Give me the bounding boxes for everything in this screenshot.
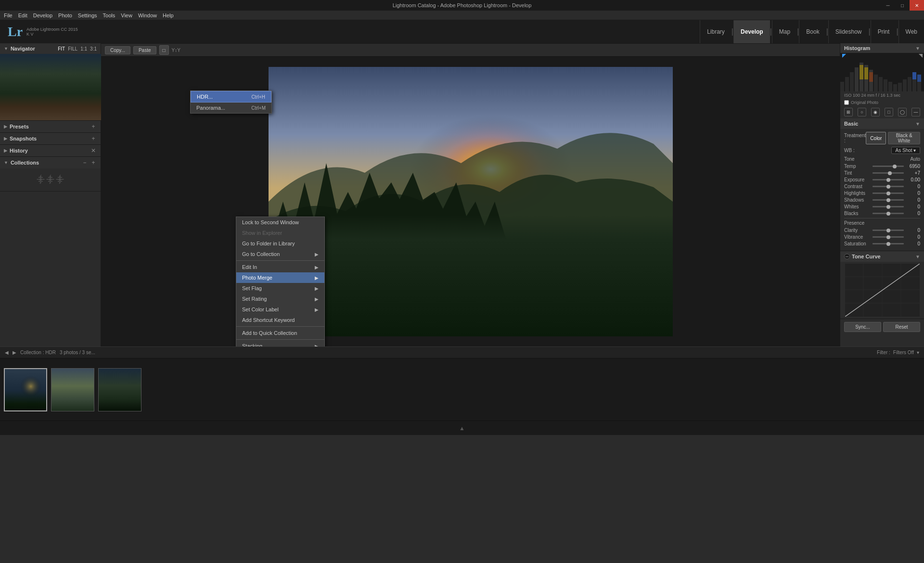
treatment-bw[interactable]: Black & White (888, 132, 920, 144)
menu-settings[interactable]: Settings (78, 13, 97, 18)
blacks-thumb[interactable] (886, 212, 890, 216)
blacks-track[interactable] (873, 213, 904, 214)
tone-curve-header[interactable]: Tone Curve ▼ (840, 251, 924, 262)
saturation-track[interactable] (873, 243, 904, 244)
temp-thumb[interactable] (893, 165, 897, 168)
zoom-fit[interactable]: FIT (58, 46, 65, 51)
tone-curve-expand[interactable]: ▼ (915, 254, 920, 259)
collections-add[interactable]: + (90, 159, 97, 166)
ctx-show-in-explorer[interactable]: Show in Explorer (236, 228, 324, 238)
filter-arrow[interactable]: ▾ (917, 350, 919, 355)
tab-slideshow[interactable]: Slideshow (828, 20, 869, 43)
menu-photo[interactable]: Photo (58, 13, 72, 18)
vibrance-thumb[interactable] (886, 235, 890, 239)
basic-expand[interactable]: ▼ (915, 121, 920, 127)
paste-button[interactable]: Paste (133, 46, 156, 54)
highlights-track[interactable] (873, 192, 904, 194)
filmstrip-thumb-1[interactable] (4, 368, 47, 411)
filmstrip-nav-next[interactable]: ▶ (13, 350, 16, 355)
minimize-button[interactable]: ─ (881, 0, 895, 11)
snapshots-add[interactable]: + (90, 135, 97, 142)
tab-book[interactable]: Book (799, 20, 826, 43)
menu-tools[interactable]: Tools (103, 13, 116, 18)
menu-view[interactable]: View (121, 13, 132, 18)
sync-button[interactable]: Sync... (844, 322, 881, 332)
contrast-thumb[interactable] (886, 185, 890, 189)
submenu-panorama[interactable]: Panorama... Ctrl+M (191, 102, 271, 113)
ctx-go-to-collection[interactable]: Go to Collection ▶ (236, 249, 324, 259)
tab-library[interactable]: Library (700, 20, 732, 43)
whites-track[interactable] (873, 206, 904, 207)
tab-map[interactable]: Map (772, 20, 797, 43)
ctx-set-flag[interactable]: Set Flag ▶ (236, 283, 324, 294)
temp-track[interactable] (873, 166, 904, 167)
shadows-track[interactable] (873, 199, 904, 201)
ctx-edit-in[interactable]: Edit In ▶ (236, 262, 324, 272)
wb-dropdown[interactable]: As Shot ▾ (891, 147, 920, 154)
history-header[interactable]: ▶ History ✕ (0, 145, 101, 156)
menu-edit[interactable]: Edit (18, 13, 27, 18)
tint-thumb[interactable] (888, 171, 892, 175)
menu-window[interactable]: Window (138, 13, 157, 18)
ctx-stacking[interactable]: Stacking ▶ (236, 341, 324, 346)
vibrance-track[interactable] (873, 236, 904, 238)
ctx-lock-second-window[interactable]: Lock to Second Window (236, 217, 324, 228)
ctx-set-rating[interactable]: Set Rating ▶ (236, 294, 324, 304)
basic-header[interactable]: Basic ▼ (840, 118, 924, 129)
highlights-thumb[interactable] (886, 192, 890, 195)
tab-print[interactable]: Print (871, 20, 897, 43)
presets-header[interactable]: ▶ Presets + (0, 121, 101, 132)
clarity-track[interactable] (873, 230, 904, 231)
filmstrip-thumb-2[interactable] (51, 368, 94, 411)
close-button[interactable]: ✕ (910, 0, 924, 11)
ctx-add-shortcut-keyword[interactable]: Add Shortcut Keyword (236, 315, 324, 325)
collections-header[interactable]: ▼ Collections − + (0, 157, 101, 168)
crop-tool[interactable]: ⊞ (844, 108, 853, 116)
radial-tool[interactable]: ◯ (898, 108, 907, 116)
gradient-tool[interactable]: □ (885, 108, 893, 116)
filmstrip-nav-prev[interactable]: ◀ (5, 350, 9, 355)
tab-web[interactable]: Web (898, 20, 924, 43)
navigator-header[interactable]: ▼ Navigator FIT FILL 1:1 3:1 (0, 43, 101, 54)
reset-button[interactable]: Reset (883, 322, 920, 332)
zoom-3-1[interactable]: 3:1 (90, 46, 97, 51)
bottom-chevron[interactable]: ▲ (459, 425, 465, 432)
saturation-thumb[interactable] (886, 242, 890, 246)
zoom-1-1[interactable]: 1:1 (80, 46, 87, 51)
histogram-header[interactable]: Histogram ▼ (840, 43, 924, 53)
exposure-thumb[interactable] (886, 178, 890, 182)
exposure-track[interactable] (873, 179, 904, 180)
view-single[interactable]: □ (159, 45, 169, 55)
ctx-set-color-label[interactable]: Set Color Label ▶ (236, 304, 324, 315)
history-clear[interactable]: ✕ (90, 147, 97, 154)
treatment-color[interactable]: Color (866, 132, 886, 144)
shadows-thumb[interactable] (886, 198, 890, 202)
ctx-add-quick-collection[interactable]: Add to Quick Collection (236, 328, 324, 338)
original-photo-checkbox[interactable] (844, 100, 849, 105)
whites-thumb[interactable] (886, 205, 890, 209)
tone-auto[interactable]: Auto (910, 156, 920, 162)
filter-value[interactable]: Filters Off (893, 350, 914, 355)
clarity-thumb[interactable] (886, 229, 890, 232)
menu-develop[interactable]: Develop (33, 13, 52, 18)
snapshots-header[interactable]: ▶ Snapshots + (0, 133, 101, 144)
adjustment-brush[interactable]: — (911, 108, 920, 116)
maximize-button[interactable]: □ (895, 0, 910, 11)
filmstrip-thumb-3[interactable] (98, 368, 141, 411)
histogram-expand[interactable]: ▼ (915, 46, 920, 51)
zoom-fill[interactable]: FILL (68, 46, 77, 51)
ctx-photo-merge[interactable]: Photo Merge ▶ (236, 272, 324, 283)
ctx-go-to-folder[interactable]: Go to Folder in Library (236, 238, 324, 249)
copy-button[interactable]: Copy... (105, 46, 130, 54)
healing-tool[interactable]: ○ (858, 108, 866, 116)
tab-develop[interactable]: Develop (733, 20, 770, 43)
tint-track[interactable] (873, 172, 904, 174)
redeye-tool[interactable]: ◉ (871, 108, 880, 116)
menu-file[interactable]: File (4, 13, 13, 18)
submenu-hdr[interactable]: HDR... Ctrl+H (191, 91, 271, 102)
menu-help[interactable]: Help (163, 13, 174, 18)
tone-curve-mode-icon[interactable] (844, 254, 850, 259)
collections-minus[interactable]: − (81, 159, 88, 166)
contrast-track[interactable] (873, 186, 904, 187)
presets-add[interactable]: + (90, 123, 97, 130)
